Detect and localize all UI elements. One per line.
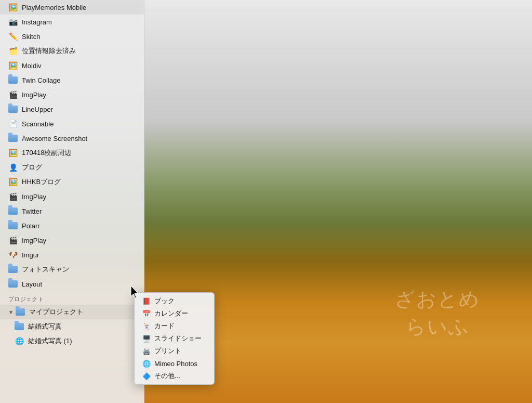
imgur-label: Imgur	[22, 251, 39, 259]
section-label: プロジェクト	[0, 291, 144, 305]
izenjoho-label: 位置情報除去済み	[22, 46, 76, 56]
kekkon1-icon	[15, 323, 24, 330]
sidebar: 🖼️ PlayMemories Mobile 📷 Instagram ✏️ Sk…	[0, 0, 144, 403]
kekkon2-label: 結婚式写真 (1)	[28, 336, 72, 346]
project-children: 結婚式写真 🌐 結婚式写真 (1)	[0, 319, 144, 348]
lineupper-folder-icon	[8, 106, 18, 113]
sidebar-item-photoscan[interactable]: フォトスキャン	[0, 262, 144, 277]
mimeo-icon: 🌐	[142, 359, 151, 368]
sidebar-item-blog[interactable]: 👤 ブログ	[0, 160, 144, 175]
photoscan-folder-icon	[8, 266, 18, 273]
print-icon: 🖨️	[142, 346, 151, 356]
context-menu-item-print[interactable]: 🖨️ プリント	[135, 345, 214, 357]
sidebar-item-imgplay3[interactable]: 🎬 ImgPlay	[0, 233, 144, 248]
izenjoho-app-icon: 🗂️	[8, 46, 18, 56]
context-menu-item-calendar[interactable]: 📅 カレンダー	[135, 307, 214, 320]
project-child-kekkon2[interactable]: 🌐 結婚式写真 (1)	[0, 334, 144, 348]
slideshow-label: スライドショー	[154, 334, 202, 343]
imgplay2-app-icon: 🎬	[8, 192, 18, 201]
layout-label: Layout	[22, 280, 42, 288]
project-header[interactable]: ▼ マイプロジェクト	[0, 305, 144, 319]
170418-label: 170418校副周辺	[22, 148, 71, 158]
sidebar-item-imgplay1[interactable]: 🎬 ImgPlay	[0, 87, 144, 102]
slideshow-icon: 🖥️	[142, 334, 151, 343]
context-menu-item-slideshow[interactable]: 🖥️ スライドショー	[135, 332, 214, 345]
skitch-app-icon: ✏️	[8, 32, 18, 41]
kekkon1-label: 結婚式写真	[28, 322, 62, 331]
calendar-label: カレンダー	[154, 309, 188, 318]
sidebar-item-170418[interactable]: 🖼️ 170418校副周辺	[0, 146, 144, 160]
book-icon: 📕	[142, 296, 151, 306]
scannable-app-icon: 📄	[8, 119, 18, 128]
calendar-icon: 📅	[142, 309, 151, 318]
scannable-label: Scannable	[22, 120, 54, 128]
170418-app-icon: 🖼️	[8, 148, 18, 158]
sidebar-item-scannable[interactable]: 📄 Scannable	[0, 116, 144, 131]
twincollage-folder-icon	[8, 76, 18, 84]
project-collapse-icon: ▼	[8, 309, 14, 315]
awesomescreenshot-label: Awesome Screenshot	[22, 135, 87, 142]
project-folder-icon	[16, 308, 25, 316]
polarr-label: Polarr	[22, 222, 40, 230]
layout-folder-icon	[8, 280, 18, 288]
instagram-app-icon: 📷	[8, 17, 18, 27]
project-child-kekkon1[interactable]: 結婚式写真	[0, 319, 144, 334]
imgur-app-icon: 🐶	[8, 250, 18, 259]
other-label: その他...	[154, 371, 180, 381]
lineupper-label: LineUpper	[22, 106, 53, 113]
other-icon: 🔷	[142, 371, 151, 381]
print-label: プリント	[154, 346, 181, 356]
kekkon2-icon: 🌐	[15, 336, 24, 346]
blog-label: ブログ	[22, 163, 42, 172]
book-label: ブック	[154, 296, 175, 306]
card-icon: 🃏	[142, 321, 151, 331]
moldiv-app-icon: 🖼️	[8, 61, 18, 70]
sidebar-item-polarr[interactable]: Polarr	[0, 218, 144, 233]
sidebar-item-twincollage[interactable]: Twin Collage	[0, 73, 144, 87]
context-menu-item-card[interactable]: 🃏 カード	[135, 320, 214, 332]
sidebar-item-imgur[interactable]: 🐶 Imgur	[0, 248, 144, 262]
imgplay2-label: ImgPlay	[22, 193, 46, 201]
context-menu-item-mimeo[interactable]: 🌐 Mimeo Photos	[135, 357, 214, 370]
imgplay3-app-icon: 🎬	[8, 236, 18, 245]
sidebar-item-lineupper[interactable]: LineUpper	[0, 102, 144, 116]
twitter-folder-icon	[8, 207, 18, 215]
sidebar-item-hhkbblog[interactable]: 🖼️ HHKBブログ	[0, 175, 144, 189]
sidebar-item-izenjoho[interactable]: 🗂️ 位置情報除去済み	[0, 44, 144, 58]
sidebar-item-awesomescreenshot[interactable]: Awesome Screenshot	[0, 131, 144, 146]
photoscan-label: フォトスキャン	[22, 265, 69, 274]
sidebar-item-playmemories[interactable]: 🖼️ PlayMemories Mobile	[0, 0, 144, 15]
imgplay3-label: ImgPlay	[22, 237, 46, 244]
sidebar-item-twitter[interactable]: Twitter	[0, 204, 144, 218]
instagram-label: Instagram	[22, 18, 52, 26]
sidebar-list: 🖼️ PlayMemories Mobile 📷 Instagram ✏️ Sk…	[0, 0, 144, 291]
moldiv-label: Moldiv	[22, 62, 42, 70]
playmemories-label: PlayMemories Mobile	[22, 4, 86, 11]
twitter-label: Twitter	[22, 207, 42, 215]
sidebar-item-moldiv[interactable]: 🖼️ Moldiv	[0, 58, 144, 73]
context-menu-item-other[interactable]: 🔷 その他...	[135, 370, 214, 382]
polarr-folder-icon	[8, 222, 18, 229]
mimeo-label: Mimeo Photos	[154, 360, 197, 368]
imgplay1-app-icon: 🎬	[8, 90, 18, 99]
skitch-label: Skitch	[22, 33, 40, 41]
sidebar-item-instagram[interactable]: 📷 Instagram	[0, 15, 144, 29]
sidebar-item-imgplay2[interactable]: 🎬 ImgPlay	[0, 189, 144, 204]
context-menu-item-book[interactable]: 📕 ブック	[135, 295, 214, 307]
playmemories-app-icon: 🖼️	[8, 3, 18, 12]
sidebar-item-layout[interactable]: Layout	[0, 277, 144, 291]
desktop-watermark: ざおとめ らいふ	[395, 285, 480, 341]
imgplay1-label: ImgPlay	[22, 91, 46, 99]
card-label: カード	[154, 321, 175, 331]
hhkbblog-label: HHKBブログ	[22, 177, 61, 187]
twincollage-label: Twin Collage	[22, 76, 60, 84]
blog-app-icon: 👤	[8, 163, 18, 172]
hhkbblog-app-icon: 🖼️	[8, 177, 18, 187]
project-name: マイプロジェクト	[29, 307, 83, 317]
awesomescreenshot-folder-icon	[8, 135, 18, 142]
context-menu: 📕 ブック 📅 カレンダー 🃏 カード 🖥️ スライドショー 🖨️ プリント 🌐…	[134, 292, 215, 385]
sidebar-item-skitch[interactable]: ✏️ Skitch	[0, 29, 144, 44]
